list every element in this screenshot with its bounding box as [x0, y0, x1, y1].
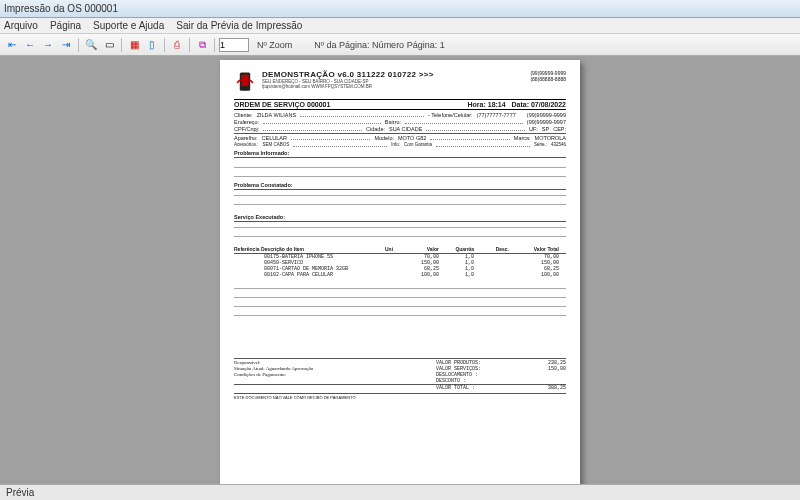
menubar: Arquivo Página Suporte e Ajuda Sair da P…	[0, 18, 800, 34]
menu-suporte[interactable]: Suporte e Ajuda	[93, 20, 164, 31]
items-header: Referência Descrição do ItemUniValorQuan…	[234, 246, 566, 254]
tel-value: (77)77777-7777	[477, 112, 516, 118]
menu-sair[interactable]: Sair da Prévia de Impressão	[176, 20, 302, 31]
separator	[214, 38, 215, 52]
total-geral: 388,25	[516, 385, 566, 391]
order-datetime: Hora: 18:14 Data: 07/08/2022	[468, 101, 567, 108]
separator	[164, 38, 165, 52]
section-servico-executado: Serviço Executado:	[234, 214, 566, 222]
order-title: ORDEM DE SERVIÇO 000001	[234, 101, 330, 108]
company-name: DEMONSTRAÇÃO v6.0 311222 010722 >>>	[262, 70, 524, 79]
menu-arquivo[interactable]: Arquivo	[4, 20, 38, 31]
menu-pagina[interactable]: Página	[50, 20, 81, 31]
nav-prev-button[interactable]: ←	[22, 37, 38, 53]
modelo-value: MOTO G82	[398, 135, 426, 141]
page-setup-button[interactable]: ▭	[101, 37, 117, 53]
search-button[interactable]: 🔍	[83, 37, 99, 53]
zoom-input[interactable]	[219, 38, 249, 52]
print-button[interactable]: ⎙	[169, 37, 185, 53]
footnote: ESTE DOCUMENTO NÃO VALE COMO RECIBO DE P…	[234, 393, 566, 400]
svg-rect-1	[241, 75, 248, 86]
company-email: fpqsistem@hotmail.com WWW.FPQSYSTEM.COM.…	[262, 84, 524, 89]
nav-next-button[interactable]: →	[40, 37, 56, 53]
totals-block: Responsável:VALOR PRODUTOS:238,25 Situaç…	[234, 358, 566, 391]
zoom-label: Nº Zoom	[257, 40, 292, 50]
separator	[121, 38, 122, 52]
separator	[78, 38, 79, 52]
items-body: 00175-BATERIA IPHONE 5S70,001,070,000045…	[234, 254, 566, 278]
aparelho-value: CELULAR	[262, 135, 287, 141]
preview-workspace: DEMONSTRAÇÃO v6.0 311222 010722 >>> SEU …	[0, 56, 800, 484]
company-phone2: (88)88888-8888	[530, 76, 566, 82]
fullpage-button[interactable]: ▯	[144, 37, 160, 53]
table-row: 00102-CAPA PARA CELULAR100,001,0100,00	[234, 272, 566, 278]
statusbar: Prévia	[0, 484, 800, 500]
window-title: Impressão da OS 000001	[4, 3, 118, 14]
status-text: Prévia	[6, 487, 34, 498]
cidade-value: SUA CIDADE	[389, 126, 422, 132]
separator	[189, 38, 190, 52]
section-problema-constatado: Problema Constatado:	[234, 182, 566, 190]
export-button[interactable]: ⧉	[194, 37, 210, 53]
page-number-label: Nº da Página: Número Página: 1	[314, 40, 444, 50]
nav-last-button[interactable]: ⇥	[58, 37, 74, 53]
company-logo	[234, 70, 256, 96]
marca-value: MOTOROLA	[535, 135, 566, 141]
situacao-value: Aguardando Aprovação	[266, 366, 314, 371]
window-titlebar: Impressão da OS 000001	[0, 0, 800, 18]
thumbnail-button[interactable]: ▦	[126, 37, 142, 53]
nav-first-button[interactable]: ⇤	[4, 37, 20, 53]
cliente-value: ZILDA WILIANS	[257, 112, 296, 118]
section-problema-informado: Problema Informado:	[234, 150, 566, 158]
toolbar: ⇤ ← → ⇥ 🔍 ▭ ▦ ▯ ⎙ ⧉ Nº Zoom Nº da Página…	[0, 34, 800, 56]
document-page: DEMONSTRAÇÃO v6.0 311222 010722 >>> SEU …	[220, 60, 580, 484]
